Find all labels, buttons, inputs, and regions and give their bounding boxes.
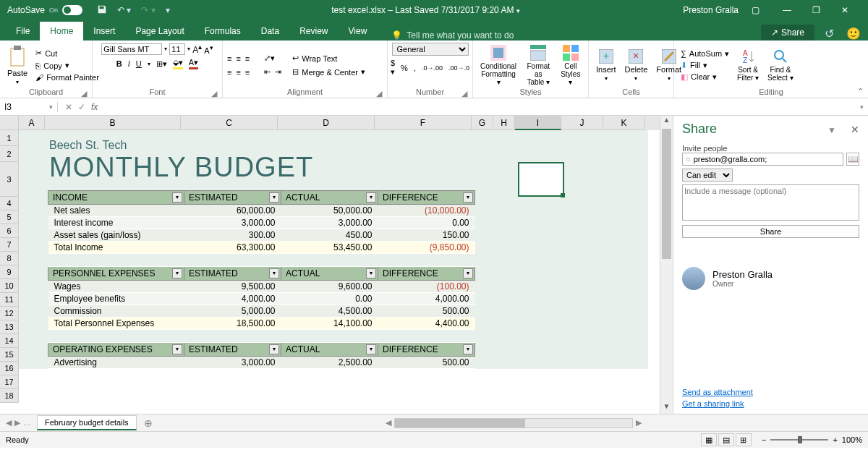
comma-icon[interactable]: ,	[414, 64, 416, 72]
name-box[interactable]: I3▾	[0, 102, 58, 112]
row-header[interactable]: 3	[0, 162, 19, 197]
cancel-formula-icon[interactable]: ✕	[65, 102, 72, 112]
ribbon-display-icon[interactable]: ▢	[752, 5, 760, 15]
share-message-input[interactable]	[682, 184, 859, 221]
tab-data[interactable]: Data	[251, 22, 289, 41]
zoom-out-icon[interactable]: −	[762, 435, 766, 444]
close-button[interactable]: ✕	[830, 0, 859, 20]
row-header[interactable]: 5	[0, 210, 19, 224]
font-size-input[interactable]	[169, 43, 185, 55]
align-left-icon[interactable]: ≡	[227, 68, 231, 77]
clear-button[interactable]: ◧Clear ▾	[678, 72, 731, 82]
col-header[interactable]: C	[181, 116, 278, 130]
invite-email-input[interactable]: ○preston@gralla.com;	[682, 153, 843, 166]
scroll-up-icon[interactable]: ▲	[660, 116, 673, 127]
permission-select[interactable]: Can edit	[682, 169, 733, 182]
row-header[interactable]: 10	[0, 279, 19, 293]
sort-filter-button[interactable]: AZSort &Filter ▾	[734, 47, 762, 83]
paste-button[interactable]: Paste▾	[4, 44, 30, 87]
tab-home[interactable]: Home	[40, 22, 83, 41]
redo-icon[interactable]: ↷ ▾	[141, 5, 155, 15]
tab-formulas[interactable]: Formulas	[195, 22, 251, 41]
undo-icon[interactable]: ↶ ▾	[117, 5, 131, 15]
fx-icon[interactable]: fx	[91, 102, 98, 112]
col-header[interactable]: B	[45, 116, 181, 130]
autosave-control[interactable]: AutoSave On	[0, 5, 90, 15]
underline-button[interactable]: U	[136, 59, 142, 68]
tab-review[interactable]: Review	[289, 22, 338, 41]
maximize-button[interactable]: ❐	[801, 0, 830, 20]
increase-indent-icon[interactable]: ⇥	[275, 67, 281, 77]
row-header[interactable]: 2	[0, 146, 19, 162]
row-header[interactable]: 9	[0, 265, 19, 279]
scroll-thumb[interactable]	[662, 129, 671, 259]
save-icon[interactable]	[97, 4, 107, 17]
col-header[interactable]: F	[375, 116, 472, 130]
align-top-icon[interactable]: ≡	[227, 54, 231, 63]
align-right-icon[interactable]: ≡	[245, 68, 250, 77]
share-submit-button[interactable]: Share	[682, 225, 859, 238]
find-select-button[interactable]: Find &Select ▾	[765, 47, 796, 83]
number-format-select[interactable]: General	[392, 43, 469, 56]
collapse-ribbon-icon[interactable]: ⌃	[857, 87, 864, 96]
view-page-layout-icon[interactable]: ▤	[718, 433, 734, 446]
autosave-toggle-icon[interactable]	[62, 5, 82, 15]
align-middle-icon[interactable]: ≡	[236, 54, 240, 63]
close-pane-icon[interactable]: ✕	[851, 124, 859, 135]
select-all-corner[interactable]	[0, 116, 19, 130]
history-icon[interactable]: ↺	[819, 27, 839, 41]
decrease-indent-icon[interactable]: ⇤	[264, 67, 271, 77]
italic-button[interactable]: I	[128, 59, 130, 68]
get-sharing-link[interactable]: Get a sharing link	[682, 399, 859, 408]
share-button[interactable]: ↗ Share	[761, 25, 814, 41]
tab-page-layout[interactable]: Page Layout	[125, 22, 194, 41]
bold-button[interactable]: B	[116, 59, 122, 68]
launcher-icon[interactable]: ◢	[461, 89, 468, 96]
sheet-more-icon[interactable]: …	[23, 418, 31, 427]
decrease-decimal-icon[interactable]: .00→.0	[448, 64, 469, 72]
sheet-prev-icon[interactable]: ◀	[6, 418, 12, 427]
insert-cells-button[interactable]: +Insert▾	[593, 48, 619, 83]
align-bottom-icon[interactable]: ≡	[245, 54, 250, 63]
tab-file[interactable]: File	[6, 22, 40, 41]
font-color-icon[interactable]: A▾	[189, 58, 198, 69]
view-normal-icon[interactable]: ▦	[701, 433, 717, 446]
col-header[interactable]: K	[603, 116, 645, 130]
col-header[interactable]: G	[472, 116, 493, 130]
vertical-scrollbar[interactable]: ▲ ▼	[660, 116, 673, 414]
cell-styles-button[interactable]: CellStyles ▾	[558, 43, 584, 88]
zoom-in-icon[interactable]: +	[833, 435, 837, 444]
row-header[interactable]: 8	[0, 252, 19, 265]
row-header[interactable]: 1	[0, 130, 19, 146]
row-header[interactable]: 18	[0, 389, 19, 403]
wrap-text-button[interactable]: ↩Wrap Text	[290, 53, 367, 64]
decrease-font-icon[interactable]: A▾	[204, 43, 213, 55]
increase-font-icon[interactable]: A▴	[192, 43, 202, 55]
align-center-icon[interactable]: ≡	[236, 68, 240, 77]
tab-insert[interactable]: Insert	[83, 22, 125, 41]
format-painter-button[interactable]: 🖌Format Painter	[33, 72, 101, 82]
row-header[interactable]: 16	[0, 362, 19, 375]
add-sheet-icon[interactable]: ⊕	[137, 417, 160, 429]
col-header[interactable]: A	[19, 116, 45, 130]
delete-cells-button[interactable]: ×Delete▾	[622, 48, 651, 83]
row-header[interactable]: 6	[0, 224, 19, 238]
row-header[interactable]: 12	[0, 307, 19, 320]
copy-button[interactable]: ⎘Copy ▾	[33, 60, 101, 71]
launcher-icon[interactable]: ◢	[375, 89, 383, 96]
accounting-icon[interactable]: $ ▾	[391, 59, 395, 77]
row-header[interactable]: 13	[0, 320, 19, 334]
increase-decimal-icon[interactable]: .0→.00	[422, 64, 443, 72]
expand-formula-icon[interactable]: ▾	[856, 103, 868, 111]
fill-color-icon[interactable]: ⬙▾	[173, 58, 183, 69]
col-header[interactable]: J	[561, 116, 603, 130]
percent-icon[interactable]: %	[401, 64, 408, 72]
border-icon[interactable]: ⊞▾	[156, 59, 167, 69]
send-attachment-link[interactable]: Send as attachment	[682, 388, 859, 396]
minimize-button[interactable]: —	[773, 0, 801, 20]
launcher-icon[interactable]: ◢	[80, 89, 88, 96]
cut-button[interactable]: ✂Cut	[33, 48, 101, 59]
row-header[interactable]: 7	[0, 238, 19, 252]
conditional-formatting-button[interactable]: ConditionalFormatting ▾	[477, 43, 519, 88]
qat-customize-icon[interactable]: ▾	[166, 5, 170, 15]
